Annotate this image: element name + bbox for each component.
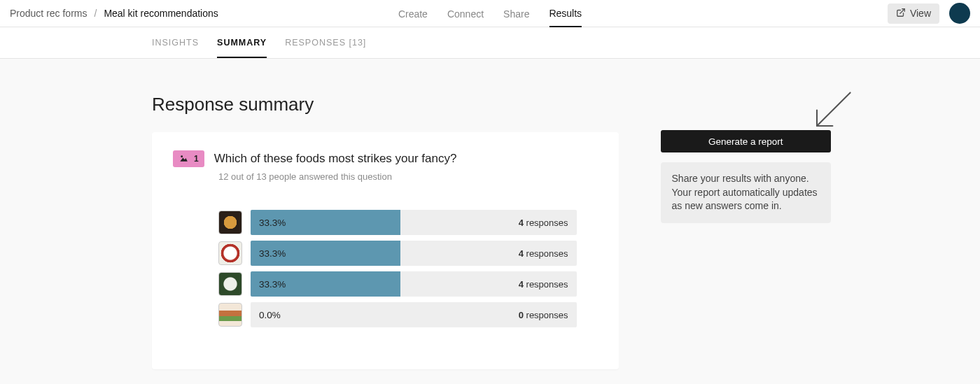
info-box: Share your results with anyone. Your rep… — [661, 162, 831, 223]
breadcrumb-current: Meal kit recommendations — [104, 8, 218, 19]
bar-track: 33.3% 4 responses — [251, 210, 577, 235]
bar-responses: 4 responses — [519, 248, 568, 259]
bar-track: 0.0% 0 responses — [251, 302, 577, 327]
topbar-right: View — [888, 3, 970, 24]
option-row: 33.3% 4 responses — [218, 210, 577, 235]
bar-percent: 33.3% — [259, 279, 286, 290]
options-list: 33.3% 4 responses 33.3% — [218, 210, 577, 327]
question-badge: 1 — [173, 150, 204, 167]
svg-line-3 — [817, 92, 850, 126]
option-thumbnail[interactable] — [218, 211, 242, 234]
subtabs: Insights Summary Responses [13] — [0, 27, 980, 58]
tab-create[interactable]: Create — [398, 1, 428, 27]
bar-percent: 33.3% — [259, 218, 286, 228]
bar-responses: 4 responses — [519, 218, 568, 228]
svg-line-0 — [900, 8, 904, 13]
arrow-annotation-icon — [807, 87, 856, 136]
content-area: Response summary 1 Which of these foods … — [0, 59, 980, 384]
bar-count: 4 — [519, 218, 524, 228]
option-thumbnail[interactable] — [218, 241, 242, 265]
svg-marker-2 — [180, 157, 188, 161]
subtab-insights[interactable]: Insights — [152, 27, 199, 58]
top-bar: Product rec forms / Meal kit recommendat… — [0, 0, 980, 27]
breadcrumb-parent[interactable]: Product rec forms — [10, 8, 87, 19]
tab-share[interactable]: Share — [503, 1, 529, 27]
bar-count-label: responses — [526, 310, 568, 320]
view-button-label: View — [910, 8, 931, 19]
main-tabs: Create Connect Share Results — [398, 0, 582, 27]
subtabs-bar: Insights Summary Responses [13] — [0, 27, 980, 59]
bar-count-label: responses — [526, 279, 568, 290]
bar-track: 33.3% 4 responses — [251, 271, 577, 297]
option-row: 33.3% 4 responses — [218, 271, 577, 297]
breadcrumb: Product rec forms / Meal kit recommendat… — [10, 8, 218, 19]
option-row: 0.0% 0 responses — [218, 302, 577, 327]
avatar[interactable] — [949, 3, 970, 24]
option-row: 33.3% 4 responses — [218, 241, 577, 266]
question-header: 1 Which of these foods most strikes your… — [173, 150, 577, 167]
breadcrumb-separator: / — [94, 8, 97, 19]
view-button[interactable]: View — [888, 3, 939, 24]
bar-responses: 0 responses — [519, 310, 568, 320]
option-thumbnail[interactable] — [218, 272, 242, 296]
bar-count: 4 — [519, 279, 524, 290]
subtab-responses-count: [13] — [349, 38, 366, 48]
bar-count: 4 — [519, 248, 524, 259]
bar-track: 33.3% 4 responses — [251, 241, 577, 266]
question-title: Which of these foods most strikes your f… — [214, 152, 457, 166]
subtab-responses[interactable]: Responses [13] — [285, 27, 366, 58]
bar-count-label: responses — [526, 218, 568, 228]
option-thumbnail[interactable] — [218, 303, 242, 327]
question-card: 1 Which of these foods most strikes your… — [152, 132, 619, 369]
left-column: Response summary 1 Which of these foods … — [152, 94, 619, 369]
svg-point-1 — [181, 155, 183, 157]
bar-count-label: responses — [526, 248, 568, 259]
question-subtext: 12 out of 13 people answered this questi… — [218, 171, 577, 182]
subtab-responses-label: Responses — [285, 38, 346, 48]
bar-percent: 33.3% — [259, 248, 286, 259]
bar-count: 0 — [519, 310, 524, 320]
tab-results[interactable]: Results — [549, 1, 582, 27]
bar-percent: 0.0% — [259, 310, 281, 320]
picture-choice-icon — [178, 153, 188, 165]
page-title: Response summary — [152, 94, 619, 115]
external-link-icon — [896, 8, 906, 20]
right-column: Generate a report Share your results wit… — [661, 94, 831, 369]
subtab-summary[interactable]: Summary — [217, 27, 267, 58]
question-number: 1 — [194, 154, 199, 164]
bar-responses: 4 responses — [519, 279, 568, 290]
tab-connect[interactable]: Connect — [447, 1, 484, 27]
generate-report-button[interactable]: Generate a report — [661, 130, 831, 152]
